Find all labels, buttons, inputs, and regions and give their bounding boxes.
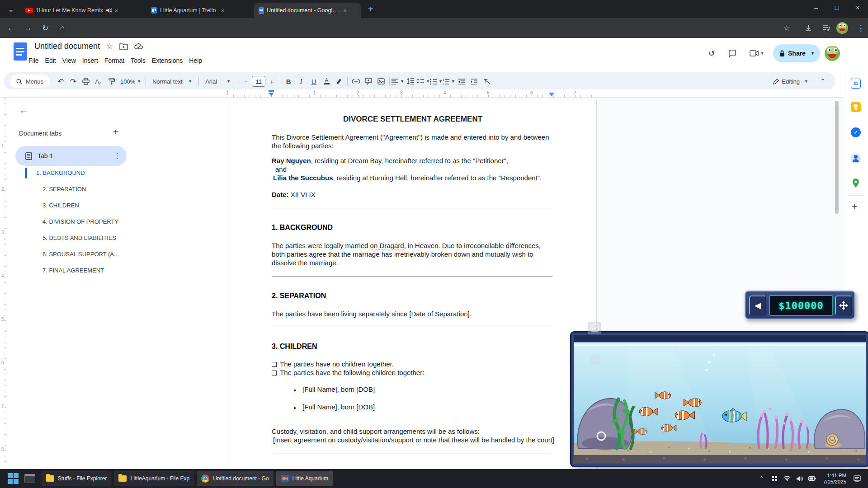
back-icon[interactable]: ← bbox=[4, 21, 18, 35]
audio-playing-icon[interactable] bbox=[106, 8, 112, 13]
download-icon[interactable] bbox=[801, 21, 816, 35]
grammar-flagged-text[interactable]: on Dragard bbox=[370, 242, 404, 249]
document-page[interactable]: DIVORCE SETTLEMENT AGREEMENT This Divorc… bbox=[228, 100, 597, 488]
tray-expand-icon[interactable]: ⌃ bbox=[756, 473, 767, 484]
line-spacing-icon[interactable] bbox=[404, 75, 417, 88]
decrease-indent-icon[interactable] bbox=[455, 75, 468, 88]
widget-collapse-button[interactable]: ◀ bbox=[749, 296, 766, 315]
home-icon[interactable]: ⌂ bbox=[55, 21, 70, 35]
move-to-folder-icon[interactable] bbox=[119, 43, 128, 50]
share-dropdown-icon[interactable]: ▼ bbox=[811, 51, 815, 56]
tray-clock[interactable]: 1:41 PM 7/15/2025 bbox=[823, 472, 846, 485]
new-tab-icon[interactable]: + bbox=[363, 2, 378, 16]
account-avatar-frog[interactable] bbox=[825, 46, 840, 61]
overlay-ghost-handle[interactable] bbox=[588, 322, 601, 334]
text-color-icon[interactable]: A bbox=[320, 75, 333, 88]
outline-item-property[interactable]: 4. DIVISION OF PROPERTY bbox=[42, 218, 118, 225]
add-tab-icon[interactable]: + bbox=[113, 127, 118, 137]
menu-view[interactable]: View bbox=[59, 56, 79, 65]
add-comment-icon[interactable] bbox=[362, 75, 375, 88]
close-panel-back-icon[interactable]: ← bbox=[19, 104, 29, 116]
collapse-toolbar-icon[interactable]: ⌃ bbox=[816, 75, 829, 88]
bold-icon[interactable]: B bbox=[282, 75, 295, 88]
little-aquarium-window[interactable] bbox=[571, 333, 868, 466]
editing-mode-select[interactable]: Editing ▼ bbox=[769, 78, 813, 85]
volume-icon[interactable] bbox=[794, 473, 805, 484]
calendar-icon[interactable]: 31 bbox=[851, 79, 861, 89]
tab-close-icon[interactable]: × bbox=[341, 6, 349, 14]
profile-avatar-frog[interactable] bbox=[836, 22, 848, 34]
outline-item-support[interactable]: 6. SPOUSAL SUPPORT (A... bbox=[42, 251, 119, 258]
decrease-font-size-icon[interactable]: − bbox=[239, 75, 252, 88]
menu-extensions[interactable]: Extensions bbox=[149, 56, 186, 65]
document-tab-item[interactable]: Tab 1 ⋮ bbox=[15, 146, 127, 166]
overlay-ghost-handle[interactable] bbox=[590, 355, 600, 365]
menu-help[interactable]: Help bbox=[186, 56, 205, 65]
video-call-icon[interactable]: ▼ bbox=[745, 45, 769, 61]
version-history-icon[interactable]: ↺ bbox=[703, 45, 720, 61]
browser-menu-icon[interactable]: ⋮ bbox=[854, 21, 868, 35]
highlight-color-icon[interactable] bbox=[333, 75, 345, 88]
add-addon-icon[interactable]: + bbox=[852, 201, 858, 212]
tasks-icon[interactable]: ✓ bbox=[851, 127, 861, 137]
battery-icon[interactable] bbox=[807, 473, 818, 484]
font-size-input[interactable]: 11 bbox=[252, 76, 265, 87]
font-family-select[interactable]: Arial▼ bbox=[201, 78, 235, 85]
checkbox-icon[interactable] bbox=[272, 362, 277, 367]
tab-search-icon[interactable]: ⌄ bbox=[4, 2, 18, 16]
maps-icon[interactable] bbox=[851, 178, 861, 188]
tab-options-icon[interactable]: ⋮ bbox=[114, 152, 121, 160]
star-document-icon[interactable]: ☆ bbox=[106, 42, 113, 51]
menu-insert[interactable]: Insert bbox=[79, 56, 101, 65]
window-close-icon[interactable]: × bbox=[847, 0, 868, 15]
contacts-icon[interactable] bbox=[851, 154, 861, 164]
taskbar-button-little-aquarium[interactable]: Little Aquarium bbox=[276, 471, 333, 486]
menus-search-button[interactable]: Menus bbox=[10, 75, 50, 88]
tray-app-icon[interactable] bbox=[769, 473, 780, 484]
menu-format[interactable]: Format bbox=[101, 56, 127, 65]
browser-tab-trello[interactable]: Little Aquarium | Trello × bbox=[146, 3, 252, 18]
italic-icon[interactable]: I bbox=[295, 75, 307, 88]
widget-move-button[interactable] bbox=[835, 296, 852, 315]
menu-edit[interactable]: Edit bbox=[42, 56, 59, 65]
document-scrollbar[interactable] bbox=[835, 101, 839, 214]
aquarium-money-widget[interactable]: ◀ $100000 bbox=[745, 291, 855, 319]
numbered-list-icon[interactable]: 12▼ bbox=[443, 79, 455, 84]
taskbar-button-stuffs-explorer[interactable]: Stuffs - File Explorer bbox=[42, 471, 111, 486]
document-title[interactable]: Untitled document bbox=[34, 42, 100, 51]
underline-icon[interactable]: U bbox=[307, 75, 320, 88]
checkbox-icon[interactable] bbox=[272, 371, 277, 375]
playlist-extension-icon[interactable] bbox=[819, 21, 834, 35]
insert-link-icon[interactable] bbox=[349, 75, 362, 88]
menu-tools[interactable]: Tools bbox=[127, 56, 149, 65]
taskbar-button-chrome-docs[interactable]: Untitled document - Go bbox=[197, 471, 273, 486]
window-maximize-icon[interactable]: □ bbox=[826, 0, 847, 15]
checklist-icon[interactable]: ▼ bbox=[417, 79, 430, 84]
menu-file[interactable]: File bbox=[25, 56, 42, 65]
insert-image-icon[interactable] bbox=[375, 75, 387, 88]
increase-indent-icon[interactable] bbox=[468, 75, 481, 88]
cloud-saved-icon[interactable] bbox=[134, 43, 143, 50]
browser-tab-youtube[interactable]: ▶ 1Hour Let Me Know Remix × bbox=[21, 3, 144, 18]
left-indent-marker[interactable] bbox=[269, 93, 274, 96]
wifi-icon[interactable] bbox=[782, 473, 793, 484]
taskbar-button-littleaquarium-explorer[interactable]: LittleAquarium - File Exp bbox=[114, 471, 194, 486]
redo-icon[interactable]: ↷ bbox=[67, 75, 80, 88]
outline-item-background[interactable]: 1. BACKGROUND bbox=[36, 169, 85, 176]
spellcheck-icon[interactable]: A✓ bbox=[92, 75, 105, 88]
keep-icon[interactable] bbox=[851, 102, 861, 112]
start-button[interactable] bbox=[6, 472, 20, 485]
paragraph-style-select[interactable]: Normal text▼ bbox=[148, 78, 197, 85]
print-icon[interactable] bbox=[80, 75, 92, 88]
zoom-select[interactable]: 100%▼ bbox=[118, 78, 144, 85]
paint-format-icon[interactable] bbox=[105, 75, 118, 88]
comments-icon[interactable] bbox=[724, 45, 741, 61]
forward-icon[interactable]: → bbox=[21, 21, 35, 35]
reload-icon[interactable]: ↻ bbox=[38, 21, 52, 35]
align-select[interactable]: ▼ bbox=[392, 79, 404, 84]
bulleted-list-icon[interactable]: ▼ bbox=[430, 79, 443, 84]
window-minimize-icon[interactable]: – bbox=[806, 0, 826, 15]
first-line-indent-marker[interactable] bbox=[269, 90, 274, 92]
outline-item-final[interactable]: 7. FINAL AGREEMENT bbox=[42, 267, 104, 274]
undo-icon[interactable]: ↶ bbox=[54, 75, 67, 88]
